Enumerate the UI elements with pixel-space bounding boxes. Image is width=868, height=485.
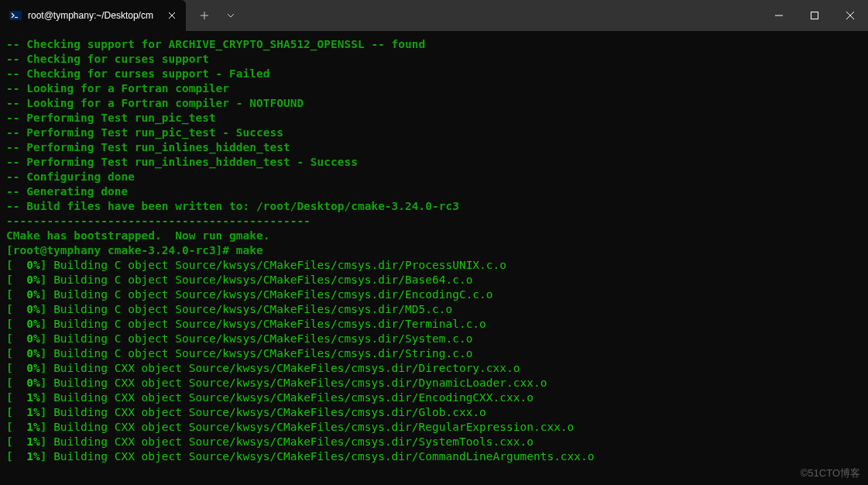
tab-dropdown-button[interactable] <box>218 3 243 28</box>
build-line: [ 1%] Building CXX object Source/kwsys/C… <box>6 435 862 449</box>
terminal-tab[interactable]: root@tymphany:~/Desktop/cm <box>0 0 186 31</box>
build-line: [ 0%] Building CXX object Source/kwsys/C… <box>6 361 862 376</box>
build-text: Building C object Source/kwsys/CMakeFile… <box>53 273 472 286</box>
build-text: Building CXX object Source/kwsys/CMakeFi… <box>53 435 533 448</box>
bracket-open: [ <box>6 259 13 271</box>
build-line: [ 0%] Building C object Source/kwsys/CMa… <box>6 287 862 302</box>
build-percent: 0% <box>13 362 40 374</box>
output-line: -- Build files have been written to: /ro… <box>6 199 862 214</box>
bracket-open: [ <box>6 318 13 330</box>
output-line: CMake has bootstrapped. Now run gmake. <box>6 229 862 243</box>
build-text: Building CXX object Source/kwsys/CMakeFi… <box>53 377 547 389</box>
powershell-icon <box>9 9 22 22</box>
prompt-line: [root@tymphany cmake-3.24.0-rc3]# make <box>6 243 862 258</box>
output-line: -- Configuring done <box>6 170 862 184</box>
tab-close-button[interactable] <box>166 9 178 22</box>
window-close-button[interactable] <box>832 0 868 31</box>
bracket-open: [ <box>6 362 13 374</box>
output-line: -- Performing Test run_inlines_hidden_te… <box>6 140 862 155</box>
bracket-close: ] <box>40 347 53 359</box>
output-text: -- Configuring done <box>6 170 135 183</box>
titlebar-spacer <box>243 0 761 31</box>
output-line: -- Looking for a Fortran compiler <box>6 81 862 96</box>
build-text: Building CXX object Source/kwsys/CMakeFi… <box>53 362 520 374</box>
build-line: [ 0%] Building CXX object Source/kwsys/C… <box>6 376 862 390</box>
build-percent: 0% <box>13 288 40 301</box>
output-text: -- Checking for curses support - Failed <box>6 67 269 80</box>
build-line: [ 1%] Building CXX object Source/kwsys/C… <box>6 390 862 405</box>
bracket-close: ] <box>40 450 53 463</box>
bracket-open: [ <box>6 303 13 315</box>
build-line: [ 1%] Building CXX object Source/kwsys/C… <box>6 405 862 420</box>
build-text: Building C object Source/kwsys/CMakeFile… <box>53 288 492 301</box>
bracket-close: ] <box>40 259 53 271</box>
output-line: -- Checking for curses support - Failed <box>6 67 862 81</box>
bracket-open: [ <box>6 450 13 463</box>
output-line: -- Performing Test run_inlines_hidden_te… <box>6 155 862 170</box>
bracket-open: [ <box>6 332 13 345</box>
build-text: Building C object Source/kwsys/CMakeFile… <box>53 303 452 315</box>
build-line: [ 0%] Building C object Source/kwsys/CMa… <box>6 317 862 332</box>
build-percent: 0% <box>13 303 40 315</box>
bracket-close: ] <box>40 303 53 315</box>
output-text: -- Generating done <box>6 185 128 198</box>
output-text: -- Looking for a Fortran compiler - NOTF… <box>6 97 304 109</box>
build-text: Building C object Source/kwsys/CMakeFile… <box>53 259 506 271</box>
bracket-close: ] <box>40 332 53 345</box>
bracket-open: [ <box>6 288 13 301</box>
bracket-open: [ <box>6 273 13 286</box>
build-percent: 0% <box>13 318 40 330</box>
svg-rect-0 <box>9 11 22 20</box>
output-text: CMake has bootstrapped. Now run gmake. <box>6 229 269 242</box>
new-tab-button[interactable] <box>192 3 217 28</box>
output-line: -- Checking support for ARCHIVE_CRYPTO_S… <box>6 37 862 52</box>
bracket-close: ] <box>40 406 53 418</box>
tab-title: root@tymphany:~/Desktop/cm <box>28 10 160 21</box>
build-line: [ 0%] Building C object Source/kwsys/CMa… <box>6 332 862 346</box>
output-text: ----------------------------------------… <box>6 215 310 227</box>
output-line: -- Generating done <box>6 184 862 199</box>
build-percent: 0% <box>13 377 40 389</box>
bracket-close: ] <box>40 273 53 286</box>
bracket-open: [ <box>6 391 13 404</box>
build-percent: 0% <box>13 332 40 345</box>
terminal-output[interactable]: -- Checking support for ARCHIVE_CRYPTO_S… <box>0 31 868 485</box>
bracket-close: ] <box>40 362 53 374</box>
output-text: -- Checking support for ARCHIVE_CRYPTO_S… <box>6 38 425 50</box>
output-line: -- Performing Test run_pic_test <box>6 111 862 126</box>
maximize-button[interactable] <box>797 0 832 31</box>
build-percent: 1% <box>13 435 40 448</box>
output-text: -- Performing Test run_inlines_hidden_te… <box>6 156 358 168</box>
build-percent: 0% <box>13 347 40 359</box>
bracket-open: [ <box>6 347 13 359</box>
titlebar: root@tymphany:~/Desktop/cm <box>0 0 868 31</box>
output-text: -- Build files have been written to: /ro… <box>6 200 459 212</box>
build-line: [ 1%] Building CXX object Source/kwsys/C… <box>6 420 862 435</box>
bracket-close: ] <box>40 318 53 330</box>
bracket-close: ] <box>40 288 53 301</box>
build-text: Building CXX object Source/kwsys/CMakeFi… <box>53 406 486 418</box>
minimize-button[interactable] <box>761 0 797 31</box>
build-line: [ 0%] Building C object Source/kwsys/CMa… <box>6 346 862 361</box>
build-text: Building C object Source/kwsys/CMakeFile… <box>53 318 486 330</box>
prompt-text: [root@tymphany cmake-3.24.0-rc3]# <box>6 244 236 256</box>
build-percent: 1% <box>13 421 40 433</box>
output-line: -- Looking for a Fortran compiler - NOTF… <box>6 96 862 111</box>
watermark: ©51CTO博客 <box>801 466 860 480</box>
build-percent: 1% <box>13 391 40 404</box>
bracket-open: [ <box>6 406 13 418</box>
output-text: -- Looking for a Fortran compiler <box>6 82 229 95</box>
build-text: Building C object Source/kwsys/CMakeFile… <box>53 332 472 345</box>
bracket-close: ] <box>40 377 53 389</box>
build-line: [ 0%] Building C object Source/kwsys/CMa… <box>6 302 862 317</box>
bracket-open: [ <box>6 435 13 448</box>
build-percent: 0% <box>13 259 40 271</box>
build-line: [ 0%] Building C object Source/kwsys/CMa… <box>6 258 862 273</box>
bracket-open: [ <box>6 377 13 389</box>
output-text: -- Performing Test run_pic_test <box>6 112 216 124</box>
build-percent: 1% <box>13 406 40 418</box>
output-text: -- Performing Test run_pic_test - Succes… <box>6 126 283 139</box>
build-text: Building CXX object Source/kwsys/CMakeFi… <box>53 450 594 463</box>
output-line: ----------------------------------------… <box>6 214 862 229</box>
tab-controls <box>186 0 243 31</box>
